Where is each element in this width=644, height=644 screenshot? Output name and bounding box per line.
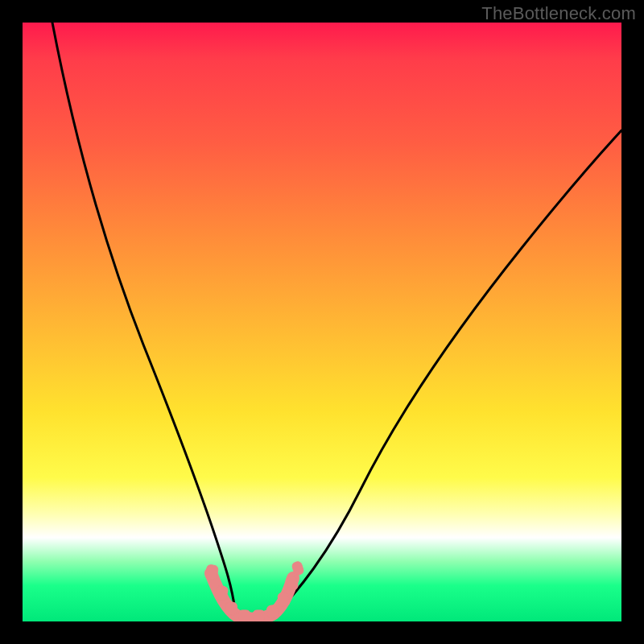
chart-area [23, 23, 621, 621]
marker-dot [253, 610, 265, 621]
marker-dot [225, 601, 237, 616]
right-curve [274, 130, 621, 615]
outer-frame: TheBottleneck.com [0, 0, 644, 644]
watermark-text: TheBottleneck.com [481, 3, 636, 24]
left-curve [52, 23, 235, 610]
marker-dot [266, 605, 279, 619]
chart-svg [23, 23, 621, 621]
marker-dot [238, 610, 250, 621]
